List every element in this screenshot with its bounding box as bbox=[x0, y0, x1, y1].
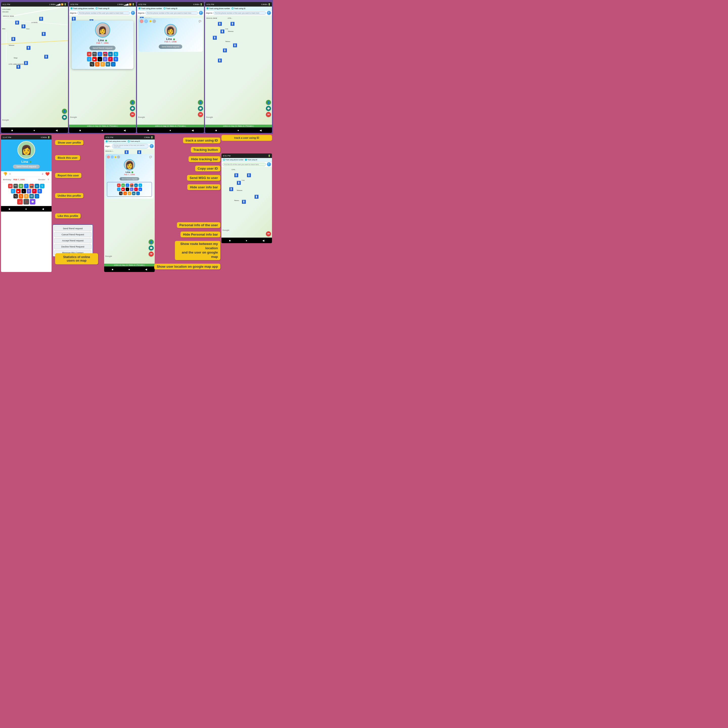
skype-icon-l[interactable]: S bbox=[40, 184, 44, 188]
map-btn-mid[interactable]: 🗺 bbox=[148, 251, 154, 257]
location-btn-4[interactable]: 👤 bbox=[266, 100, 271, 105]
github-icon[interactable]: ⌥ bbox=[90, 62, 94, 66]
behance-icon-m[interactable]: B bbox=[139, 188, 142, 191]
tiktok-icon[interactable]: ♪ bbox=[98, 57, 102, 61]
location-btn-mid[interactable]: 👤 bbox=[148, 239, 154, 245]
fr-accept[interactable]: Accept friend request bbox=[54, 238, 92, 243]
dev-icon-l[interactable]: S bbox=[19, 194, 23, 199]
map-btn-4[interactable]: 🗺 bbox=[266, 112, 271, 117]
friend-request-btn-2[interactable]: Send friend request bbox=[89, 46, 116, 50]
search-input-2[interactable]: Put the phone number of the user you wan… bbox=[77, 11, 130, 15]
track-phone-option-3[interactable]: Track using phone number bbox=[139, 7, 162, 9]
search-button-4[interactable]: 🔍 bbox=[267, 11, 271, 15]
map-btn-3[interactable]: 🗺 bbox=[198, 112, 203, 117]
track-id-option-3[interactable]: Track using ID bbox=[164, 7, 177, 9]
linkedin-icon-m[interactable]: in bbox=[134, 184, 138, 187]
email-icon[interactable]: ✉ bbox=[87, 52, 92, 57]
pinterest-icon-l[interactable]: P bbox=[32, 189, 37, 193]
tiktok-icon-m[interactable]: ♪ bbox=[125, 188, 129, 191]
linkedin-icon-l[interactable]: in bbox=[35, 184, 39, 188]
github-icon-l[interactable]: ⌥ bbox=[14, 194, 18, 199]
nav-back-4[interactable]: ◀ bbox=[260, 129, 262, 132]
search-button-mid[interactable]: 🔍 bbox=[150, 144, 154, 148]
wordpress-icon[interactable]: W bbox=[106, 62, 110, 66]
youtube-icon[interactable]: ▶ bbox=[92, 57, 97, 61]
search-button-3[interactable]: 🔍 bbox=[199, 11, 203, 15]
fr-btn-mid[interactable]: Send friend request bbox=[119, 177, 139, 180]
location-btn-3[interactable]: 👤 bbox=[198, 100, 203, 105]
web-icon-l[interactable]: 🌐 bbox=[35, 194, 39, 199]
behance-icon[interactable]: B bbox=[113, 57, 118, 61]
whatsapp-icon-l[interactable]: W bbox=[19, 184, 23, 188]
chat-btn-2[interactable]: 💬 bbox=[130, 106, 135, 111]
search-input-mid[interactable]: Put the phone number of the user you wan… bbox=[112, 144, 148, 148]
nav-square-1[interactable]: ■ bbox=[11, 129, 13, 132]
web-icon-m[interactable]: 🌐 bbox=[136, 191, 140, 195]
send-friend-btn-left[interactable]: Send friend request bbox=[13, 165, 40, 168]
chat-btn-1[interactable]: 💬 bbox=[62, 115, 67, 120]
thumbs-down-btn[interactable]: 👎 bbox=[3, 172, 7, 176]
blogger-icon-m[interactable]: B bbox=[128, 191, 131, 195]
camera-icon-l[interactable]: 📷 bbox=[14, 184, 18, 188]
track-id-right[interactable]: Track using ID bbox=[245, 159, 257, 161]
nav-square-mid[interactable]: ■ bbox=[112, 268, 113, 271]
nav-circle-3[interactable]: ● bbox=[169, 129, 171, 132]
track-id-option-4[interactable]: Track using ID bbox=[231, 7, 245, 9]
nav-back-1[interactable]: ◀ bbox=[56, 129, 58, 132]
behance-icon-l[interactable]: B bbox=[37, 189, 42, 193]
chat-icon-l[interactable]: 💬 bbox=[30, 199, 35, 205]
track-phone-option-2[interactable]: Track using phone number bbox=[70, 7, 94, 9]
web-icon[interactable]: 🌐 bbox=[111, 62, 116, 66]
linkedin-icon[interactable]: in bbox=[108, 52, 113, 57]
nav-square-4[interactable]: ■ bbox=[216, 129, 217, 132]
twitter-icon-m[interactable]: t bbox=[117, 188, 121, 191]
github-icon-m[interactable]: ⌥ bbox=[119, 191, 122, 195]
nav-circle-l[interactable]: ● bbox=[25, 208, 27, 210]
search-button-2[interactable]: 🔍 bbox=[131, 11, 135, 15]
nav-square-l[interactable]: ■ bbox=[9, 208, 10, 210]
instagram-icon-m[interactable]: 📷 bbox=[130, 184, 133, 187]
nav-circle-4[interactable]: ● bbox=[237, 129, 239, 132]
fr-send[interactable]: Send friend request bbox=[54, 226, 92, 231]
youtube-icon-l[interactable]: ▶ bbox=[16, 189, 21, 193]
chat-btn-4[interactable]: 💬 bbox=[266, 106, 271, 111]
youtube-icon-m[interactable]: ▶ bbox=[121, 188, 125, 191]
email-icon-l[interactable]: ✉ bbox=[8, 184, 13, 188]
pinterest-icon-m[interactable]: P bbox=[134, 188, 138, 191]
block-icon-l[interactable]: 🚫 bbox=[23, 199, 29, 205]
track-id-mid[interactable]: Track using ID bbox=[128, 140, 140, 142]
dev-icon[interactable]: S bbox=[95, 62, 99, 66]
discord-icon-l[interactable]: D bbox=[27, 189, 31, 193]
wordpress-icon-m[interactable]: W bbox=[132, 191, 136, 195]
fr-cancel[interactable]: Cancel friend Request bbox=[54, 232, 92, 237]
nav-square-2[interactable]: ■ bbox=[80, 129, 81, 132]
instagram-icon-l[interactable]: 📷 bbox=[29, 184, 34, 188]
location-btn-1[interactable]: 👤 bbox=[62, 109, 67, 114]
facebook-icon[interactable]: f bbox=[98, 52, 102, 57]
chat-btn-mid[interactable]: 💬 bbox=[148, 245, 154, 251]
nav-square-right[interactable]: ■ bbox=[229, 239, 231, 242]
facebook-icon-l[interactable]: f bbox=[24, 184, 29, 188]
tiktok-icon-l[interactable]: ♪ bbox=[21, 189, 26, 193]
nav-circle-1[interactable]: ● bbox=[34, 129, 35, 132]
report-icon-l[interactable]: ⚠ bbox=[17, 199, 23, 205]
nav-back-l[interactable]: ◀ bbox=[42, 208, 44, 210]
track-phone-option-4[interactable]: Track using phone number bbox=[206, 7, 230, 9]
whatsapp-icon-m[interactable]: W bbox=[121, 184, 125, 187]
nav-back-3[interactable]: ◀ bbox=[191, 129, 194, 132]
nav-circle-right[interactable]: ● bbox=[246, 239, 247, 242]
blogger-icon[interactable]: B bbox=[100, 62, 105, 66]
search-button-right[interactable]: 🔍 bbox=[267, 162, 271, 166]
blogger-icon-l[interactable]: B bbox=[24, 194, 29, 199]
discord-icon-m[interactable]: D bbox=[130, 188, 133, 191]
email-icon-m[interactable]: ✉ bbox=[117, 184, 121, 187]
skype-icon[interactable]: S bbox=[113, 52, 118, 57]
chat-btn-3[interactable]: 💬 bbox=[198, 106, 203, 111]
search-input-4[interactable]: Put the phone number of the user you wan… bbox=[213, 11, 266, 15]
nav-circle-mid[interactable]: ● bbox=[128, 268, 130, 271]
map-btn-2[interactable]: 🗺 bbox=[130, 112, 135, 117]
track-id-option-2[interactable]: Track using ID bbox=[96, 7, 109, 9]
nav-back-right[interactable]: ◀ bbox=[262, 239, 265, 242]
map-btn-right[interactable]: 🗺 bbox=[266, 231, 271, 236]
twitter-icon[interactable]: t bbox=[87, 57, 92, 61]
